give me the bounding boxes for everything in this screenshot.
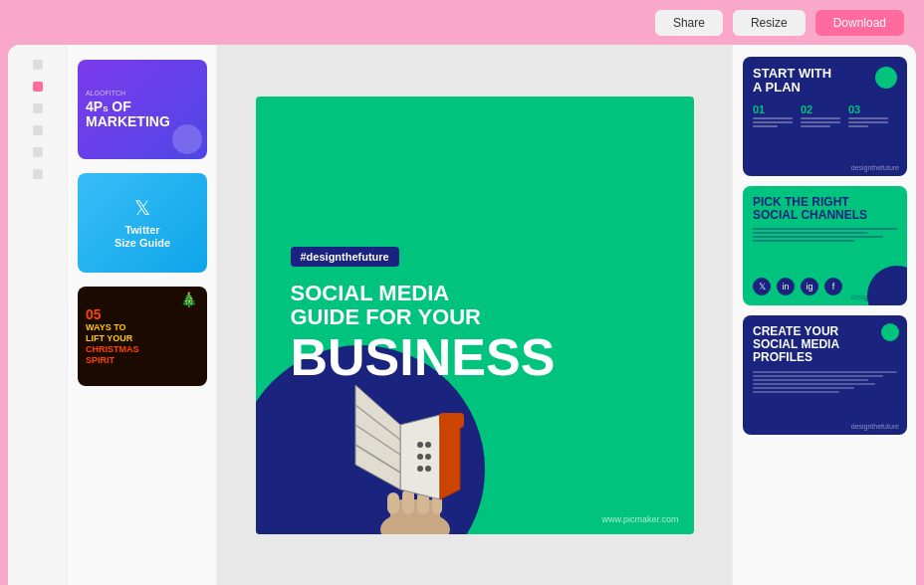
svg-rect-2	[387, 492, 399, 514]
twitter-icon-small: 𝕏	[753, 278, 771, 295]
slide-indicator	[33, 169, 43, 179]
slide-indicator	[33, 82, 43, 92]
canvas-watermark: www.picmaker.com	[601, 514, 678, 524]
ornament-icon: 🎄	[180, 292, 197, 307]
linkedin-icon-small: in	[777, 278, 795, 295]
slide-thumbnail-list: ALGOFITCH 4Ps OFMARKETING 𝕏 TwitterSize …	[68, 45, 217, 585]
slide-indicator	[33, 125, 43, 135]
rt1-num-1: 01	[753, 103, 793, 115]
rt2-label: designthefuture	[851, 293, 899, 300]
left-sidebar	[8, 45, 68, 585]
slide-indicator	[33, 147, 43, 157]
svg-rect-12	[439, 413, 464, 428]
svg-point-18	[425, 466, 431, 472]
svg-marker-7	[355, 385, 400, 489]
facebook-icon-small: f	[824, 278, 842, 295]
svg-point-14	[417, 454, 423, 460]
slide-indicator	[33, 60, 43, 70]
canvas-slide: #designthefuture Social MediaGuide for Y…	[256, 97, 694, 534]
right-slide-panel: START WITHA PLAN 01 02	[732, 45, 916, 585]
decorative-circle	[172, 124, 202, 154]
rt1-circle	[875, 67, 897, 89]
rt3-lines	[753, 371, 897, 393]
download-button[interactable]: Download	[815, 10, 904, 36]
thumb-label: ALGOFITCH	[86, 90, 199, 97]
slide-indicator	[33, 103, 43, 113]
right-thumb-social-channels[interactable]: PICK THE RIGHTSOCIAL CHANNELS 𝕏 in ig f …	[743, 186, 907, 305]
instagram-icon-small: ig	[801, 278, 818, 295]
main-canvas-area: #designthefuture Social MediaGuide for Y…	[217, 45, 732, 585]
svg-point-13	[417, 442, 423, 448]
right-thumb-create-profiles[interactable]: CREATE YOURSOCIAL MEDIAPROFILES designth…	[743, 315, 907, 435]
rt1-label: designthefuture	[851, 164, 899, 171]
thumb-number: 05	[86, 306, 199, 322]
thumb-title: WAYS TOLIFT YOURCHRISTMASSPIRIT	[86, 322, 199, 365]
thumbnail-twitter-guide[interactable]: 𝕏 TwitterSize Guide	[78, 173, 207, 273]
thumb-title: TwitterSize Guide	[115, 224, 170, 250]
rt1-num-2: 02	[801, 103, 840, 115]
svg-point-16	[425, 442, 431, 448]
share-button[interactable]: Share	[655, 10, 723, 36]
canvas-subtitle: Social MediaGuide for Your	[291, 282, 664, 329]
megaphone-illustration	[346, 345, 505, 534]
thumbnail-4ps-marketing[interactable]: ALGOFITCH 4Ps OFMARKETING	[78, 60, 207, 159]
svg-point-17	[425, 454, 431, 460]
rt3-label: designthefuture	[851, 423, 899, 430]
rt2-lines	[753, 228, 897, 242]
rt1-numbers: 01 02 03	[753, 103, 897, 129]
right-thumb-start-plan[interactable]: START WITHA PLAN 01 02	[743, 57, 907, 176]
twitter-icon: 𝕏	[134, 196, 150, 220]
svg-point-15	[417, 466, 423, 472]
rt3-circle	[881, 323, 899, 341]
canvas-hashtag: #designthefuture	[291, 247, 399, 267]
rt3-title: CREATE YOURSOCIAL MEDIAPROFILES	[753, 325, 897, 365]
thumbnail-christmas[interactable]: 🎄 05 WAYS TOLIFT YOURCHRISTMASSPIRIT	[78, 287, 207, 386]
rt1-title: START WITHA PLAN	[753, 67, 875, 96]
resize-button[interactable]: Resize	[733, 10, 806, 36]
rt1-num-3: 03	[848, 103, 888, 115]
main-area: ALGOFITCH 4Ps OFMARKETING 𝕏 TwitterSize …	[8, 45, 916, 585]
rt2-title: PICK THE RIGHTSOCIAL CHANNELS	[753, 196, 897, 222]
top-bar: Share Resize Download	[0, 0, 924, 45]
